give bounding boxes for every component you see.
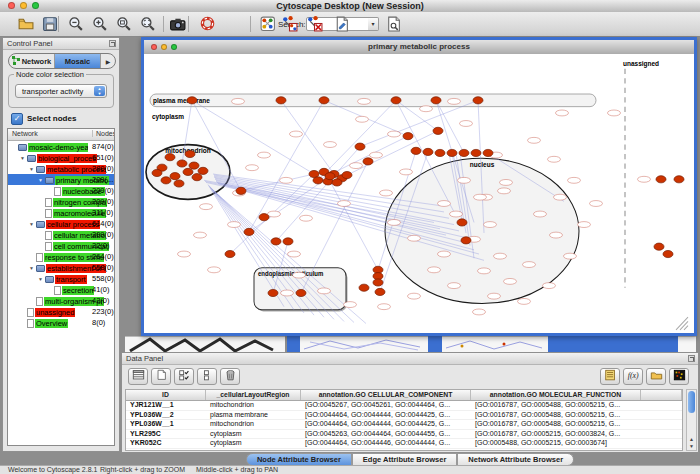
network-node[interactable]	[177, 160, 187, 167]
network-node[interactable]	[359, 284, 369, 291]
canvas-resize-grip[interactable]	[676, 317, 688, 330]
network-edge[interactable]	[281, 100, 334, 174]
float-panel-icon[interactable]	[109, 40, 116, 47]
network-node[interactable]	[325, 173, 335, 180]
background-window-fragment[interactable]	[125, 336, 285, 353]
tree-row-unassigned[interactable]: unassigned223(0)	[8, 306, 114, 317]
scrollbar-thumb[interactable]	[688, 391, 695, 413]
table-cell[interactable]: [GO:0016787, GO:0005488, GO:0005215, G..…	[471, 411, 641, 420]
network-node[interactable]	[259, 214, 269, 221]
network-node[interactable]	[423, 148, 433, 155]
table-row-ypl036w__2[interactable]: YPL036W__2plasma membrane[GO:0044464, GO…	[126, 411, 682, 421]
background-window-fragment[interactable]	[678, 336, 696, 353]
network-node[interactable]	[431, 97, 441, 104]
network-edge[interactable]	[241, 174, 314, 191]
table-cell[interactable]: mitochondrion	[206, 420, 301, 429]
tree-row-metabolic-process[interactable]: ▼metabolic process280(0)	[8, 163, 114, 174]
table-cell[interactable]: YLR295C	[126, 430, 206, 439]
table-cell[interactable]: [GO:0044464, GO:0044444, GO:0044425, G..…	[301, 449, 471, 451]
tree-row-multi-organism-pro[interactable]: multi-organism pro42(0)	[8, 295, 114, 306]
table-vertical-scrollbar[interactable]: ▲ ▼	[686, 389, 697, 451]
network-node[interactable]	[459, 149, 469, 156]
float-panel-icon[interactable]	[688, 355, 695, 362]
tree-row-biological-process[interactable]: ▼biological_process651(0)	[8, 152, 114, 163]
network-node[interactable]	[435, 149, 445, 156]
table-cell[interactable]: [GO:0016787, GO:0005215, GO:0003824, G..…	[471, 430, 641, 439]
table-cell[interactable]: cytoplasm	[206, 439, 301, 448]
network-node[interactable]	[283, 238, 293, 245]
scroll-down-icon[interactable]: ▼	[688, 443, 695, 449]
expander-arrow-icon[interactable]: ▼	[38, 274, 45, 285]
node-color-dropdown[interactable]: transporter activity ▲▼	[15, 84, 107, 98]
network-node[interactable]	[225, 250, 235, 257]
zoom-out-icon[interactable]	[66, 15, 84, 33]
network-node[interactable]	[674, 176, 684, 183]
network-node[interactable]	[342, 171, 352, 178]
create-view-icon[interactable]	[258, 15, 276, 33]
column-header-3[interactable]: annotation.GO CELLULAR_COMPONENT	[301, 390, 471, 400]
annotation-icon[interactable]	[332, 15, 350, 33]
network-node[interactable]	[276, 97, 286, 104]
network-node[interactable]	[411, 147, 421, 154]
tree-row-nitrogen-compo[interactable]: nitrogen compo209(0)	[8, 196, 114, 207]
network-node[interactable]	[187, 97, 197, 104]
network-window-titlebar[interactable]: primary metabolic process	[144, 40, 694, 55]
network-node[interactable]	[161, 177, 171, 184]
table-cell[interactable]: mitochondrion	[206, 401, 301, 410]
network-node[interactable]	[403, 133, 413, 140]
table-row-ypl036w__1[interactable]: YPL036W__1mitochondrion[GO:0044464, GO:0…	[126, 420, 682, 430]
network-node[interactable]	[656, 176, 666, 183]
network-node[interactable]	[296, 289, 306, 296]
network-node[interactable]	[313, 177, 323, 184]
select-nodes-checkbox[interactable]: ✓	[11, 113, 23, 125]
network-node[interactable]	[165, 154, 175, 161]
network-node[interactable]	[483, 149, 493, 156]
table-cell[interactable]: [GO:0045267, GO:0045261, GO:0044464, G..…	[301, 401, 471, 410]
tree-row-cellular-process[interactable]: ▼cellular process614(0)	[8, 218, 114, 229]
tree-row-establishment-of-lo[interactable]: ▼establishment of lo558(0)	[8, 262, 114, 273]
column-header-2[interactable]: _cellularLayoutRegion	[206, 390, 301, 400]
table-cell[interactable]: [GO:0005488, GO:0005215, GO:0003674]	[471, 439, 641, 448]
network-edge[interactable]	[330, 181, 378, 269]
open-session-icon[interactable]	[16, 15, 34, 33]
search-dropdown-arrow-icon[interactable]: ▾	[368, 17, 379, 31]
table-cell[interactable]: cytoplasm	[206, 430, 301, 439]
network-node[interactable]	[319, 97, 329, 104]
table-cell[interactable]: plasma membrane	[206, 411, 301, 420]
network-node[interactable]	[447, 149, 457, 156]
network-node[interactable]	[461, 237, 471, 244]
matrix-view-icon[interactable]	[669, 368, 689, 385]
attribute-grid-icon[interactable]	[128, 368, 148, 385]
open-attribute-file-icon[interactable]	[646, 368, 666, 385]
network-node[interactable]	[433, 127, 443, 134]
background-window-border[interactable]	[428, 336, 442, 352]
table-cell[interactable]: [GO:0044464, GO:0044444, GO:0044425, G..…	[301, 411, 471, 420]
tree-row-macromolecule[interactable]: macromolecule311(0)	[8, 207, 114, 218]
import-attributes-icon[interactable]	[600, 368, 620, 385]
network-node[interactable]	[373, 279, 383, 286]
network-node[interactable]	[174, 180, 184, 187]
network-node[interactable]	[271, 238, 281, 245]
tree-row-cell-communicat[interactable]: cell communicat22(0)	[8, 240, 114, 251]
table-cell[interactable]: [GO:0045263, GO:0044464, GO:0044455, G..…	[301, 430, 471, 439]
network-node[interactable]	[152, 169, 162, 176]
table-cell[interactable]: [GO:0016787, GO:0005488, GO:0005215, G..…	[471, 420, 641, 429]
zoom-fit-icon[interactable]	[138, 15, 156, 33]
network-node[interactable]	[192, 174, 202, 181]
search-options-icon[interactable]	[384, 15, 402, 33]
table-cell[interactable]: [GO:0044464, GO:0044444, GO:0044425, G..…	[301, 420, 471, 429]
network-node[interactable]	[189, 162, 199, 169]
table-row-ydr039c__1[interactable]: YDR039C__1mitochondrion[GO:0044464, GO:0…	[126, 449, 682, 451]
network-node[interactable]	[391, 97, 401, 104]
network-node[interactable]	[355, 143, 365, 150]
background-window-border[interactable]	[287, 336, 300, 352]
tree-row-overview[interactable]: Overview8(0)	[8, 317, 114, 328]
network-node[interactable]	[268, 289, 278, 296]
table-row-yjr121w__1[interactable]: YJR121W__1mitochondrion[GO:0045267, GO:0…	[126, 401, 682, 411]
expander-arrow-icon[interactable]: ▼	[20, 153, 27, 164]
table-cell[interactable]: [GO:0016787, GO:0005488, GO:0005215, G..…	[471, 401, 641, 410]
table-cell[interactable]: mitochondrion	[206, 449, 301, 451]
zoom-selected-icon[interactable]	[114, 15, 132, 33]
network-node[interactable]	[471, 149, 481, 156]
network-node[interactable]	[170, 173, 180, 180]
